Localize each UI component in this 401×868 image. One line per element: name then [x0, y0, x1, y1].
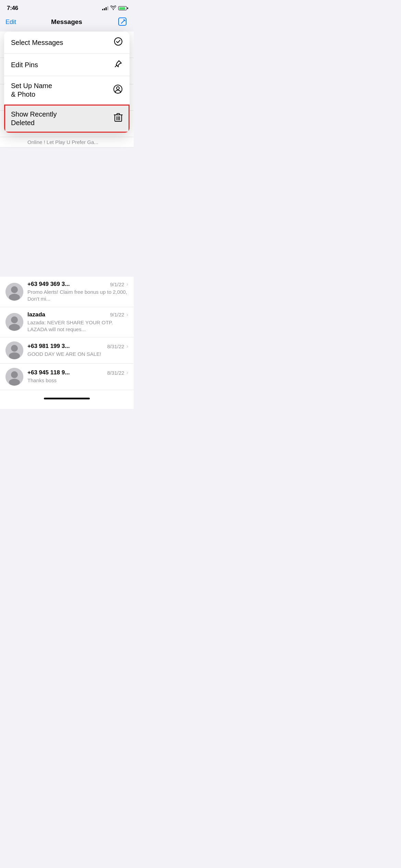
svg-point-28: [9, 352, 20, 359]
preview-4: Thanks boss: [27, 377, 128, 384]
date-3: 8/31/22 ›: [107, 343, 128, 349]
main-content: b... 9/3/22 › n niyoalang po k...: [0, 32, 134, 390]
message-item-4[interactable]: +63 945 118 9... 8/31/22 › Thanks boss: [0, 364, 134, 390]
dropdown-spacer: [0, 133, 134, 277]
svg-point-22: [9, 294, 20, 301]
status-bar: 7:46: [0, 0, 134, 14]
svg-point-25: [9, 324, 20, 331]
partial-preview-text: Online ! Let Play U Prefer Ga...: [0, 137, 134, 147]
date-4: 8/31/22 ›: [107, 370, 128, 376]
svg-point-15: [117, 87, 119, 89]
setup-name-photo-label: Set Up Name& Photo: [11, 82, 52, 99]
status-icons: [102, 5, 127, 11]
nav-bar: Edit Messages: [0, 14, 134, 32]
sender-2: lazada: [27, 311, 45, 318]
svg-point-31: [9, 379, 20, 386]
dropdown-container: Select Messages Edit Pins: [0, 32, 134, 133]
avatar-3: [5, 341, 23, 359]
svg-rect-0: [119, 18, 126, 25]
compose-button[interactable]: [117, 16, 128, 27]
svg-point-30: [11, 371, 18, 378]
avatar-4: [5, 368, 23, 386]
battery-icon: [118, 6, 127, 10]
trash-icon: [114, 113, 123, 124]
message-list: +63 949 369 3... 9/1/22 › Promo Alerts! …: [0, 277, 134, 390]
svg-point-13: [114, 38, 122, 45]
page-title: Messages: [51, 18, 82, 26]
date-1: 9/1/22 ›: [110, 281, 128, 287]
sender-3: +63 981 199 3...: [27, 343, 70, 350]
sender-1: +63 949 369 3...: [27, 281, 70, 288]
dropdown-menu: Select Messages Edit Pins: [4, 32, 130, 133]
status-time: 7:46: [7, 5, 18, 12]
checkmark-circle-icon: [114, 37, 123, 48]
home-indicator-area: [0, 390, 134, 409]
dropdown-item-edit-pins[interactable]: Edit Pins: [4, 54, 130, 76]
dropdown-item-setup-name-photo[interactable]: Set Up Name& Photo: [4, 76, 130, 105]
person-circle-icon: [113, 84, 123, 96]
wifi-icon: [110, 5, 116, 11]
message-item-3[interactable]: +63 981 199 3... 8/31/22 › GOOD DAY WE A…: [0, 337, 134, 364]
date-2: 9/1/22 ›: [110, 312, 128, 318]
home-indicator: [44, 398, 90, 399]
dropdown-item-select-messages[interactable]: Select Messages: [4, 32, 130, 54]
avatar-1: [5, 283, 23, 301]
edit-button[interactable]: Edit: [5, 19, 16, 26]
dropdown-item-show-recently-deleted[interactable]: Show RecentlyDeleted: [4, 105, 130, 133]
select-messages-label: Select Messages: [11, 38, 63, 47]
compose-icon: [118, 17, 127, 27]
preview-3: GOOD DAY WE ARE ON SALE!: [27, 351, 128, 358]
message-item-2[interactable]: lazada 9/1/22 › Lazada: NEVER SHARE YOUR…: [0, 307, 134, 338]
show-recently-deleted-label: Show RecentlyDeleted: [11, 110, 57, 127]
edit-pins-label: Edit Pins: [11, 61, 38, 69]
avatar-2: [5, 313, 23, 331]
sender-4: +63 945 118 9...: [27, 369, 70, 376]
svg-point-27: [11, 345, 18, 352]
svg-point-24: [11, 316, 18, 323]
pin-icon: [114, 59, 123, 70]
message-item-1[interactable]: +63 949 369 3... 9/1/22 › Promo Alerts! …: [0, 277, 134, 307]
preview-2: Lazada: NEVER SHARE YOUR OTP. LAZADA wil…: [27, 319, 128, 333]
preview-1: Promo Alerts! Claim free bonus up to 2,0…: [27, 289, 128, 303]
svg-point-21: [11, 286, 18, 293]
signal-icon: [102, 6, 108, 10]
